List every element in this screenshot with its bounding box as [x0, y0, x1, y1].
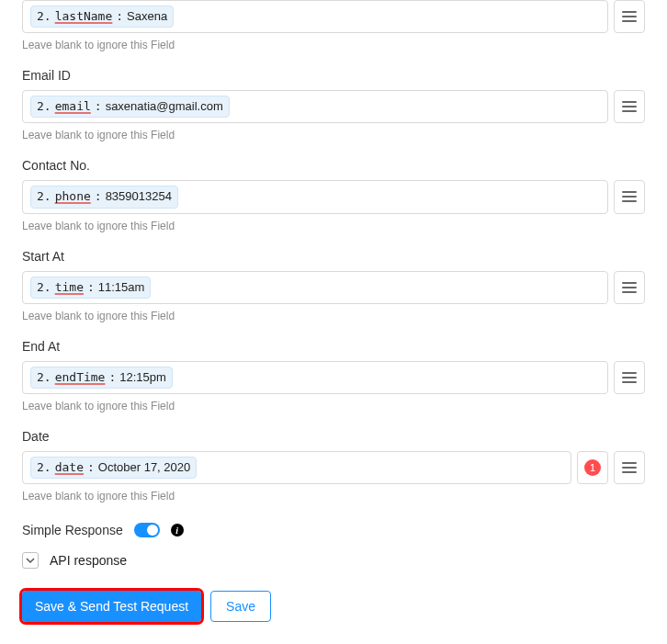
- tag-index: 2.: [37, 369, 51, 386]
- api-response-label: API response: [50, 553, 127, 568]
- field-start-at: Start At 2. time : 11:15am Leave blank t…: [22, 249, 645, 322]
- field-label: Email ID: [22, 68, 645, 83]
- tag-value: Saxena: [127, 8, 167, 25]
- field-menu-button[interactable]: [614, 361, 645, 394]
- end-at-input[interactable]: 2. endTime : 12:15pm: [22, 361, 608, 394]
- tag-index: 2.: [37, 8, 51, 25]
- field-label: Date: [22, 429, 645, 444]
- help-text: Leave blank to ignore this Field: [22, 310, 645, 322]
- button-row: Save & Send Test Request Save: [22, 591, 645, 622]
- chevron-down-icon: [26, 556, 35, 565]
- field-label: End At: [22, 339, 645, 354]
- tag-value: October 17, 2020: [98, 459, 190, 476]
- tag-index: 2.: [37, 98, 51, 115]
- tag-start-at: 2. time : 11:15am: [30, 277, 151, 299]
- save-button[interactable]: Save: [210, 591, 271, 622]
- help-text: Leave blank to ignore this Field: [22, 220, 645, 232]
- tag-colon: :: [87, 279, 95, 296]
- tag-key: email: [55, 98, 91, 115]
- help-text: Leave blank to ignore this Field: [22, 39, 645, 51]
- api-response-expand[interactable]: [22, 552, 39, 569]
- api-response-row: API response: [22, 552, 645, 569]
- tag-email: 2. email : saxenatia@gmail.com: [30, 96, 230, 118]
- tag-colon: :: [87, 459, 95, 476]
- tag-colon: :: [95, 188, 102, 205]
- tag-key: lastName: [55, 8, 113, 25]
- tag-last-name: 2. lastName : Saxena: [30, 6, 174, 28]
- field-menu-button[interactable]: [614, 90, 645, 123]
- menu-icon: [622, 462, 637, 473]
- tag-index: 2.: [37, 459, 51, 476]
- warning-badge: 1: [584, 459, 601, 476]
- help-text: Leave blank to ignore this Field: [22, 129, 645, 141]
- simple-response-label: Simple Response: [22, 523, 123, 537]
- menu-icon: [622, 191, 637, 202]
- tag-key: phone: [55, 188, 91, 205]
- tag-value: 8359013254: [106, 188, 172, 205]
- help-text: Leave blank to ignore this Field: [22, 400, 645, 412]
- save-send-test-button[interactable]: Save & Send Test Request: [22, 591, 201, 622]
- field-email: Email ID 2. email : saxenatia@gmail.com …: [22, 68, 645, 141]
- field-label: Contact No.: [22, 158, 645, 173]
- field-end-at: End At 2. endTime : 12:15pm Leave blank …: [22, 339, 645, 412]
- field-label: Start At: [22, 249, 645, 264]
- tag-contact: 2. phone : 8359013254: [30, 186, 178, 208]
- last-name-input[interactable]: 2. lastName : Saxena: [22, 0, 608, 33]
- field-warning-button[interactable]: 1: [577, 451, 608, 484]
- tag-key: date: [55, 459, 84, 476]
- field-menu-button[interactable]: [614, 180, 645, 213]
- contact-input[interactable]: 2. phone : 8359013254: [22, 180, 608, 213]
- menu-icon: [622, 11, 637, 22]
- tag-value: 11:15am: [98, 279, 145, 296]
- date-input[interactable]: 2. date : October 17, 2020: [22, 451, 571, 484]
- menu-icon: [622, 101, 637, 112]
- start-at-input[interactable]: 2. time : 11:15am: [22, 271, 608, 304]
- tag-end-at: 2. endTime : 12:15pm: [30, 367, 173, 389]
- simple-response-toggle[interactable]: [134, 523, 160, 537]
- tag-key: endTime: [55, 369, 106, 386]
- tag-index: 2.: [37, 188, 51, 205]
- field-menu-button[interactable]: [614, 451, 645, 484]
- tag-index: 2.: [37, 279, 51, 296]
- field-last-name: 2. lastName : Saxena Leave blank to igno…: [22, 0, 645, 51]
- menu-icon: [622, 282, 637, 293]
- tag-value: saxenatia@gmail.com: [106, 98, 223, 115]
- tag-colon: :: [116, 8, 123, 25]
- help-text: Leave blank to ignore this Field: [22, 490, 645, 503]
- tag-value: 12:15pm: [119, 369, 166, 386]
- field-menu-button[interactable]: [614, 271, 645, 304]
- tag-date: 2. date : October 17, 2020: [30, 457, 197, 479]
- field-date: Date 2. date : October 17, 2020 1 Leave …: [22, 429, 645, 503]
- simple-response-row: Simple Response i: [22, 523, 645, 537]
- menu-icon: [622, 372, 637, 383]
- tag-key: time: [55, 279, 84, 296]
- tag-colon: :: [95, 98, 102, 115]
- field-menu-button[interactable]: [614, 0, 645, 33]
- tag-colon: :: [108, 369, 116, 386]
- field-contact: Contact No. 2. phone : 8359013254 Leave …: [22, 158, 645, 232]
- info-icon[interactable]: i: [171, 524, 184, 537]
- email-input[interactable]: 2. email : saxenatia@gmail.com: [22, 90, 608, 123]
